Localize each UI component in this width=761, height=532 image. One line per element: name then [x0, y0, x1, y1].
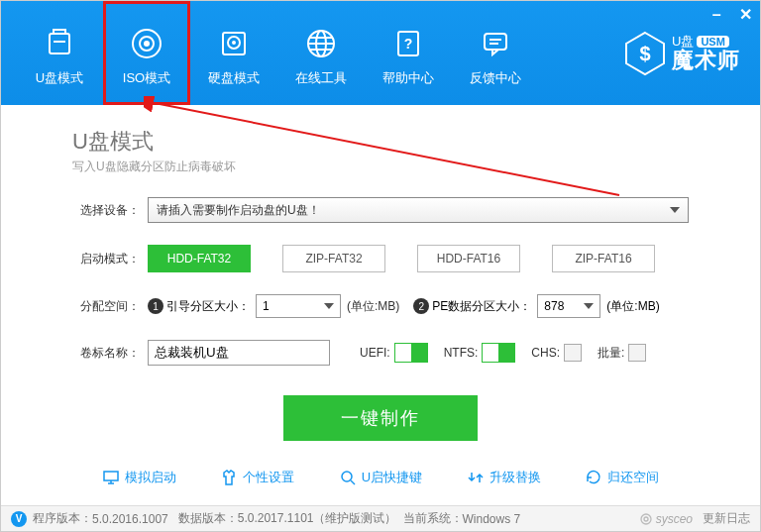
tab-label: 硬盘模式 — [190, 69, 277, 87]
update-log-link[interactable]: 更新日志 — [703, 510, 750, 527]
data-version-label: 数据版本： — [178, 510, 238, 527]
version-badge: V — [11, 511, 27, 527]
page-subtitle: 写入U盘隐藏分区防止病毒破坏 — [72, 159, 689, 175]
boot-partition-value: 1 — [263, 299, 270, 313]
svg-point-5 — [145, 42, 149, 46]
tab-help-center[interactable]: ? 帮助中心 — [365, 1, 452, 105]
pe-partition-value: 878 — [544, 299, 564, 313]
app-logo: $ U盘USM 魔术师 — [622, 31, 740, 76]
label-chs: CHS: — [531, 346, 560, 360]
step-badge-2: 2 — [413, 298, 429, 314]
toggle-uefi[interactable] — [394, 343, 428, 363]
link-simulate-boot[interactable]: 模拟启动 — [102, 469, 176, 486]
hdd-icon — [190, 26, 277, 61]
app-header: – ✕ U盘模式 ISO模式 硬盘模式 — [1, 1, 760, 105]
shirt-icon — [220, 469, 238, 486]
tab-iso-mode[interactable]: ISO模式 — [103, 1, 190, 105]
globe-icon — [277, 26, 365, 61]
svg-rect-1 — [54, 30, 65, 34]
help-icon: ? — [365, 26, 452, 61]
usb-icon — [16, 26, 103, 61]
pe-partition-select[interactable]: 878 — [537, 294, 600, 318]
logo-usm: USM — [697, 36, 728, 48]
svg-rect-16 — [485, 34, 506, 50]
os-value: Windows 7 — [463, 512, 521, 526]
svg-text:?: ? — [404, 36, 413, 52]
boot-mode-hdd-fat16[interactable]: HDD-FAT16 — [417, 245, 520, 272]
label-uefi: UEFI: — [360, 346, 390, 360]
disc-icon — [103, 26, 190, 61]
svg-rect-0 — [50, 34, 69, 53]
label-device: 选择设备： — [72, 202, 140, 219]
boot-mode-zip-fat32[interactable]: ZIP-FAT32 — [282, 245, 385, 272]
logo-line1: U盘 — [672, 35, 694, 49]
label-batch: 批量: — [598, 345, 624, 362]
gear-icon — [639, 512, 653, 526]
brand-watermark: sysceo — [639, 512, 693, 526]
label-ntfs: NTFS: — [444, 346, 479, 360]
create-button[interactable]: 一键制作 — [283, 395, 478, 441]
tab-label: ISO模式 — [103, 69, 190, 87]
svg-point-26 — [342, 472, 352, 481]
label-pe-partition: PE数据分区大小： — [432, 298, 531, 315]
page-title: U盘模式 — [72, 127, 689, 157]
tab-label: U盘模式 — [16, 69, 103, 87]
status-bar: V 程序版本： 5.0.2016.1007 数据版本： 5.0.2017.110… — [1, 505, 760, 531]
tab-label: 反馈中心 — [452, 69, 539, 87]
svg-rect-23 — [104, 472, 118, 480]
label-alloc: 分配空间： — [72, 298, 140, 315]
tab-hdd-mode[interactable]: 硬盘模式 — [190, 1, 277, 105]
chevron-down-icon — [670, 207, 680, 213]
step-badge-1: 1 — [148, 298, 163, 314]
refresh-icon — [585, 469, 602, 486]
unit-mb-1: (单位:MB) — [347, 298, 399, 315]
logo-line2: 魔术师 — [672, 49, 740, 72]
chevron-down-icon — [324, 303, 334, 309]
svg-text:$: $ — [639, 43, 650, 64]
device-placeholder: 请插入需要制作启动盘的U盘！ — [157, 202, 320, 219]
link-personal-settings[interactable]: 个性设置 — [220, 469, 294, 486]
data-version: 5.0.2017.1101（维护版测试） — [238, 510, 397, 527]
tab-label: 帮助中心 — [365, 69, 452, 87]
device-select[interactable]: 请插入需要制作启动盘的U盘！ — [148, 197, 689, 223]
boot-partition-select[interactable]: 1 — [256, 294, 341, 318]
boot-mode-hdd-fat32[interactable]: HDD-FAT32 — [148, 245, 251, 272]
unit-mb-2: (单位:MB) — [606, 298, 659, 315]
label-boot-partition: 引导分区大小： — [166, 298, 250, 315]
program-version: 5.0.2016.1007 — [92, 512, 168, 526]
label-boot-mode: 启动模式： — [72, 251, 140, 267]
checkbox-chs[interactable] — [564, 344, 582, 362]
tab-online-tools[interactable]: 在线工具 — [277, 1, 365, 105]
label-volume: 卷标名称： — [72, 345, 140, 362]
checkbox-batch[interactable] — [628, 344, 646, 362]
logo-hex-icon: $ — [622, 31, 668, 76]
monitor-icon — [102, 469, 120, 486]
toggle-ntfs[interactable] — [482, 343, 515, 363]
swap-icon — [467, 469, 485, 486]
program-version-label: 程序版本： — [33, 510, 92, 527]
svg-point-29 — [644, 517, 648, 521]
os-label: 当前系统： — [403, 510, 463, 527]
svg-point-28 — [641, 514, 651, 524]
window-minimize-button[interactable]: – — [712, 6, 721, 23]
svg-line-27 — [351, 480, 355, 484]
tab-usb-mode[interactable]: U盘模式 — [16, 1, 103, 105]
magnifier-icon — [339, 469, 357, 486]
svg-point-8 — [233, 42, 235, 44]
volume-input[interactable] — [148, 340, 330, 366]
link-upgrade-replace[interactable]: 升级替换 — [467, 469, 541, 486]
tab-feedback[interactable]: 反馈中心 — [452, 1, 539, 105]
tab-label: 在线工具 — [277, 69, 365, 87]
chevron-down-icon — [584, 303, 594, 309]
chat-icon — [452, 26, 539, 61]
link-return-space[interactable]: 归还空间 — [585, 469, 659, 486]
link-u-hotkey[interactable]: U启快捷键 — [339, 469, 422, 486]
boot-mode-zip-fat16[interactable]: ZIP-FAT16 — [552, 245, 655, 272]
window-close-button[interactable]: ✕ — [739, 6, 752, 23]
